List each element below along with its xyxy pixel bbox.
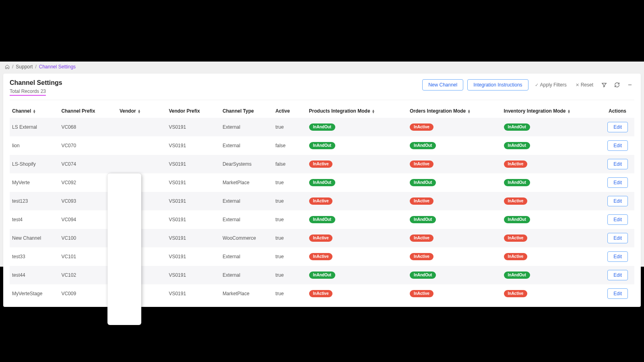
table-row: test123VC093VS0191ExternaltrueInActiveIn… <box>10 192 634 210</box>
cell-active: true <box>273 229 306 247</box>
cell-actions: Edit <box>598 118 634 136</box>
col-orders-mode-label: Orders Integration Mode <box>410 108 466 114</box>
cell-vendor-prefix: VS0191 <box>166 118 220 136</box>
filter-icon[interactable] <box>600 80 609 89</box>
cell-active: true <box>273 247 306 266</box>
cell-products-mode: InActive <box>307 229 407 247</box>
cell-channel-prefix: VC074 <box>59 155 117 173</box>
edit-button[interactable]: Edit <box>607 214 628 225</box>
panel-actions: New Channel Integration Instructions ✓ A… <box>422 79 634 90</box>
cell-channel: LS External <box>10 118 59 136</box>
table-row: test33VC101VS0191ExternaltrueInActiveInA… <box>10 247 634 266</box>
cell-channel-type: External <box>220 247 273 266</box>
edit-button[interactable]: Edit <box>607 159 628 169</box>
col-actions: Actions <box>598 104 634 118</box>
cell-channel-type: External <box>220 118 273 136</box>
col-products-mode[interactable]: Products Integration Mode▲▼ <box>307 104 407 118</box>
cell-channel-prefix: VC068 <box>59 118 117 136</box>
status-badge: InAndOut <box>504 123 530 131</box>
edit-button[interactable]: Edit <box>607 140 628 151</box>
apply-filters-button[interactable]: ✓ Apply Filters <box>533 80 569 89</box>
sort-icon: ▲▼ <box>467 109 471 113</box>
status-badge: InActive <box>504 197 528 205</box>
cell-inventory-mode: InAndOut <box>502 210 598 229</box>
cell-channel: test33 <box>10 247 59 266</box>
table-row: test4VC094VS0191ExternaltrueInAndOutInAn… <box>10 210 634 229</box>
home-icon[interactable] <box>5 64 10 69</box>
edit-button[interactable]: Edit <box>607 270 628 280</box>
panel-header: Channel Settings Total Records 23 New Ch… <box>10 79 634 100</box>
status-badge: InAndOut <box>309 272 336 279</box>
sort-icon: ▲▼ <box>372 109 375 113</box>
col-active[interactable]: Active <box>273 104 306 118</box>
col-channel-type[interactable]: Channel Type <box>220 104 273 118</box>
status-badge: InActive <box>410 234 433 242</box>
cell-channel-prefix: VC070 <box>59 136 117 155</box>
cell-actions: Edit <box>598 266 634 284</box>
edit-button[interactable]: Edit <box>607 196 628 206</box>
new-channel-button[interactable]: New Channel <box>422 79 463 90</box>
col-vendor[interactable]: Vendor▲▼ <box>117 104 166 118</box>
status-badge: InActive <box>309 160 333 168</box>
cell-products-mode: InActive <box>307 284 407 303</box>
cell-inventory-mode: InAndOut <box>502 173 598 192</box>
table-row: lionVC070VS0191ExternalfalseInAndOutInAn… <box>10 136 634 155</box>
cell-active: true <box>273 192 306 210</box>
edit-button[interactable]: Edit <box>607 251 628 262</box>
sort-icon: ▲▼ <box>33 109 36 113</box>
edit-button[interactable]: Edit <box>607 122 628 132</box>
vendor-dropdown-popover[interactable] <box>107 173 141 325</box>
cell-vendor <box>117 155 166 173</box>
edit-button[interactable]: Edit <box>607 233 628 243</box>
col-inventory-mode[interactable]: Inventory Integration Mode▲▼ <box>502 104 598 118</box>
collapse-icon[interactable] <box>625 80 634 89</box>
refresh-icon[interactable] <box>613 80 621 89</box>
app-region: / Support / Channel Settings Channel Set… <box>0 62 644 267</box>
cell-inventory-mode: InActive <box>502 155 598 173</box>
cell-channel-type: External <box>220 136 273 155</box>
cell-channel-type: MarketPlace <box>220 173 273 192</box>
cell-vendor-prefix: VS0191 <box>166 284 220 303</box>
cell-channel: MyVerteStage <box>10 284 59 303</box>
cell-products-mode: InActive <box>307 155 407 173</box>
cell-products-mode: InAndOut <box>307 136 407 155</box>
cell-products-mode: InAndOut <box>307 210 407 229</box>
reset-button[interactable]: ✕ Reset <box>573 80 596 89</box>
table-header-row: Channel▲▼ Channel Prefix Vendor▲▼ Vendor… <box>10 104 634 118</box>
cell-orders-mode: InActive <box>407 192 502 210</box>
cell-vendor-prefix: VS0191 <box>166 136 220 155</box>
cell-vendor-prefix: VS0191 <box>166 210 220 229</box>
breadcrumb-support[interactable]: Support <box>16 64 33 70</box>
status-badge: InAndOut <box>504 142 530 149</box>
cell-channel: test4 <box>10 210 59 229</box>
col-channel-label: Channel <box>12 108 31 114</box>
col-vendor-label: Vendor <box>120 108 136 114</box>
status-badge: InActive <box>504 234 528 242</box>
cell-actions: Edit <box>598 173 634 192</box>
table-row: LS-ShopifyVC074VS0191DearSystemsfalseInA… <box>10 155 634 173</box>
cell-actions: Edit <box>598 247 634 266</box>
status-badge: InAndOut <box>309 123 336 131</box>
col-orders-mode[interactable]: Orders Integration Mode▲▼ <box>407 104 502 118</box>
cell-orders-mode: InAndOut <box>407 266 502 284</box>
col-channel[interactable]: Channel▲▼ <box>10 104 59 118</box>
sort-icon: ▲▼ <box>568 109 571 113</box>
edit-button[interactable]: Edit <box>607 177 628 188</box>
channel-table: Channel▲▼ Channel Prefix Vendor▲▼ Vendor… <box>10 104 634 303</box>
edit-button[interactable]: Edit <box>607 288 628 299</box>
close-icon: ✕ <box>576 82 579 88</box>
status-badge: InAndOut <box>504 179 530 186</box>
status-badge: InActive <box>309 234 333 242</box>
cell-active: false <box>273 155 306 173</box>
page-title: Channel Settings <box>10 79 62 86</box>
col-channel-prefix[interactable]: Channel Prefix <box>59 104 117 118</box>
cell-channel-type: MarketPlace <box>220 284 273 303</box>
integration-instructions-button[interactable]: Integration Instructions <box>467 79 528 90</box>
cell-orders-mode: InAndOut <box>407 173 502 192</box>
col-channel-type-label: Channel Type <box>223 108 254 114</box>
cell-vendor-prefix: VS0191 <box>166 229 220 247</box>
cell-vendor <box>117 118 166 136</box>
col-vendor-prefix[interactable]: Vendor Prefix <box>166 104 220 118</box>
cell-orders-mode: InActive <box>407 247 502 266</box>
cell-orders-mode: InAndOut <box>407 136 502 155</box>
